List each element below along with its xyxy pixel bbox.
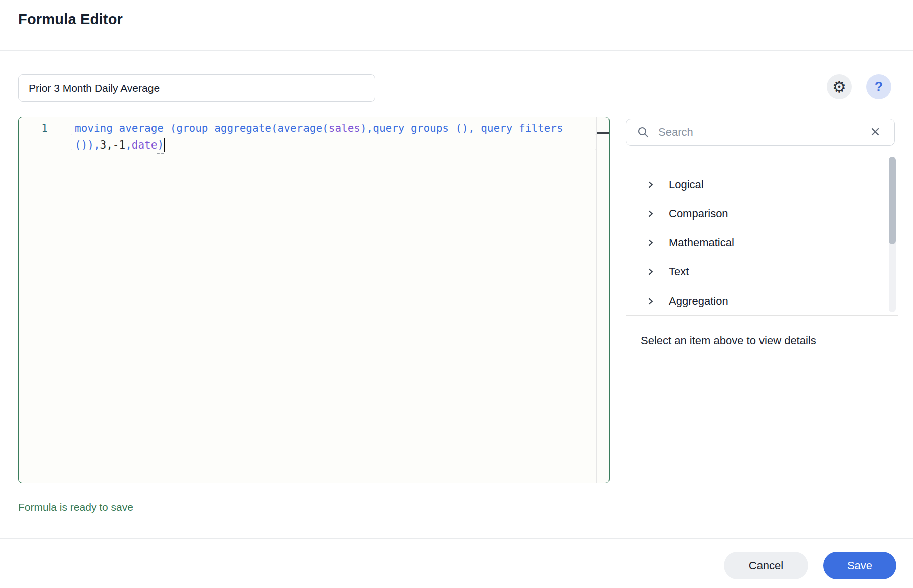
editor-scrollbar-track[interactable]	[596, 117, 597, 483]
category-label: Logical	[669, 178, 704, 191]
question-mark-icon: ?	[875, 79, 883, 95]
category-label: Aggregation	[669, 295, 728, 308]
cancel-button[interactable]: Cancel	[724, 552, 808, 579]
code-token: ),query_groups (), query_filters	[360, 120, 563, 137]
formula-name-input[interactable]	[18, 74, 375, 102]
chevron-right-icon[interactable]	[647, 268, 655, 276]
code-token: moving_average (group_aggregate(average(	[75, 120, 329, 137]
settings-button[interactable]: ⚙	[827, 74, 852, 99]
help-button[interactable]: ?	[866, 74, 891, 99]
code-token: date	[132, 137, 158, 154]
header-divider	[0, 50, 913, 51]
save-button[interactable]: Save	[823, 552, 896, 579]
category-row-mathematical[interactable]: Mathematical	[626, 228, 886, 257]
category-label: Comparison	[669, 207, 728, 220]
code-line-1: moving_average (group_aggregate(average(…	[75, 120, 609, 137]
formula-code-editor[interactable]: 1 moving_average (group_aggregate(averag…	[18, 117, 610, 483]
formula-editor-modal: Formula Editor ⚙ ? 1 moving_average (gro…	[0, 0, 913, 588]
close-icon	[870, 127, 880, 138]
gear-icon: ⚙	[832, 79, 846, 95]
chevron-right-icon[interactable]	[647, 239, 655, 247]
chevron-right-icon[interactable]	[647, 297, 655, 305]
line-number: 1	[29, 120, 48, 137]
text-cursor	[164, 138, 165, 152]
footer-divider	[0, 538, 913, 539]
code-token: ,	[125, 137, 132, 154]
search-input[interactable]	[658, 126, 868, 139]
code-line-2: ()),3,-1,date)	[75, 137, 609, 154]
panel-scrollbar-track[interactable]	[889, 157, 896, 312]
code-token: )	[157, 136, 164, 154]
code-token: sales	[329, 120, 360, 137]
category-label: Text	[669, 265, 689, 278]
chevron-right-icon[interactable]	[647, 181, 655, 189]
clear-search-button[interactable]	[868, 125, 882, 140]
details-hint-text: Select an item above to view details	[641, 334, 816, 347]
function-search-box	[626, 119, 895, 146]
code-token: ()),	[75, 137, 100, 154]
search-icon	[637, 126, 649, 138]
category-row-comparison[interactable]: Comparison	[626, 199, 886, 228]
panel-scrollbar-thumb[interactable]	[889, 157, 896, 244]
function-category-list: Logical Comparison Mathematical Text Agg…	[626, 170, 886, 316]
category-row-logical[interactable]: Logical	[626, 170, 886, 199]
status-message: Formula is ready to save	[18, 501, 133, 513]
chevron-right-icon[interactable]	[647, 210, 655, 218]
panel-divider	[626, 315, 898, 316]
page-title: Formula Editor	[18, 11, 123, 28]
category-row-text[interactable]: Text	[626, 257, 886, 286]
category-row-aggregation[interactable]: Aggregation	[626, 286, 886, 316]
code-token: 3,-1	[100, 137, 126, 154]
category-label: Mathematical	[669, 236, 734, 249]
